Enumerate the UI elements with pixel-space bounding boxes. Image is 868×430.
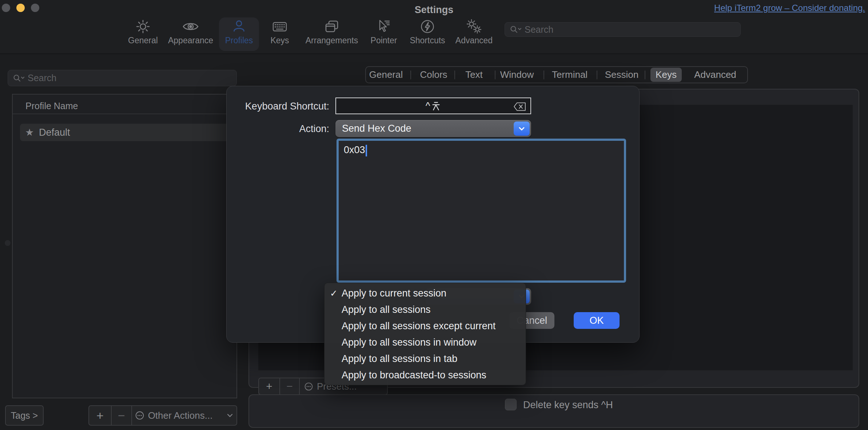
menu-item-label: Apply to all sessions except current: [342, 320, 495, 331]
tab-separator: [544, 71, 544, 79]
tab-general[interactable]: General: [369, 69, 403, 80]
delete-key-checkbox[interactable]: [505, 399, 517, 410]
bolt-circle-icon: [419, 18, 436, 35]
keyboard-shortcut-label: Keyboard Shortcut:: [240, 101, 329, 112]
eye-icon: [182, 18, 199, 35]
menu-item-apply-broadcasted[interactable]: Apply to broadcasted-to sessions: [324, 367, 526, 383]
tab-separator: [597, 71, 597, 79]
gear-icon: [135, 18, 151, 35]
tab-separator: [495, 71, 495, 79]
toolbar-label: Advanced: [447, 36, 501, 45]
cursor-icon: [375, 18, 392, 35]
tab-colors[interactable]: Colors: [420, 69, 447, 80]
hex-code-value: 0x03: [344, 144, 365, 155]
menu-item-apply-all-sessions[interactable]: Apply to all sessions: [324, 302, 526, 318]
action-popup-value: Send Hex Code: [342, 123, 411, 134]
chevron-down-icon: [226, 413, 234, 418]
menu-item-label: Apply to all sessions in tab: [342, 353, 457, 364]
add-profile-button[interactable]: +: [89, 406, 111, 425]
donate-link[interactable]: Help iTerm2 grow – Consider donating.: [714, 3, 865, 13]
menu-item-label: Apply to broadcasted-to sessions: [342, 370, 486, 381]
toolbar-item-general[interactable]: General: [116, 17, 170, 52]
toolbar-label: Arrangements: [304, 36, 359, 45]
profile-list-column-header: Profile Name: [25, 99, 78, 113]
settings-window: Settings Help iTerm2 grow – Consider don…: [0, 0, 868, 430]
toolbar-label: General: [116, 36, 170, 45]
profile-actions-segmented: + − Other Actions...: [88, 405, 237, 426]
profile-list-header-divider: [13, 114, 236, 114]
tab-terminal[interactable]: Terminal: [552, 69, 588, 80]
action-label: Action:: [240, 123, 329, 134]
menu-item-apply-all-except-current[interactable]: Apply to all sessions except current: [324, 318, 526, 334]
profile-name: Default: [39, 127, 70, 138]
tab-session[interactable]: Session: [605, 69, 639, 80]
toolbar-item-arrangements[interactable]: Arrangements: [304, 17, 359, 52]
clear-shortcut-icon[interactable]: [513, 101, 527, 112]
menu-item-label: Apply to all sessions in window: [342, 337, 477, 348]
divider-dot: [5, 240, 11, 246]
tags-button[interactable]: Tags >: [5, 405, 44, 426]
toolbar-label: Keys: [252, 36, 307, 45]
hangul-chieut-key-glyph: [431, 101, 441, 111]
shortcut-modifier: ^: [426, 100, 430, 112]
person-icon: [231, 18, 247, 35]
keyboard-icon: [271, 18, 288, 35]
tab-separator: [410, 71, 411, 79]
toolbar-item-keys[interactable]: Keys: [252, 17, 307, 52]
search-icon: [510, 25, 522, 33]
menu-item-apply-all-in-window[interactable]: Apply to all sessions in window: [324, 334, 526, 351]
checkmark-icon: ✓: [330, 285, 338, 302]
toolbar-search[interactable]: [505, 22, 741, 37]
ellipsis-circle-icon: [304, 382, 313, 391]
toolbar-label: Appearance: [163, 36, 218, 45]
toolbar-item-advanced[interactable]: Advanced: [447, 17, 501, 52]
profiles-search-input[interactable]: [28, 73, 236, 83]
other-actions-button[interactable]: Other Actions...: [131, 406, 236, 425]
tab-advanced[interactable]: Advanced: [694, 69, 736, 80]
tab-text[interactable]: Text: [465, 69, 483, 80]
menu-item-label: Apply to all sessions: [342, 304, 431, 315]
apply-scope-menu: ✓ Apply to current session Apply to all …: [324, 283, 526, 385]
toolbar-search-input[interactable]: [525, 24, 740, 35]
toolbar-item-appearance[interactable]: Appearance: [163, 17, 218, 52]
menu-item-label: Apply to current session: [342, 288, 446, 299]
tab-keys[interactable]: Keys: [656, 69, 677, 80]
star-icon: ★: [25, 127, 34, 138]
tab-separator: [454, 71, 455, 79]
menu-item-apply-current-session[interactable]: ✓ Apply to current session: [324, 285, 526, 302]
chevron-down-icon: [514, 122, 530, 136]
windows-icon: [323, 18, 340, 35]
tab-separator: [645, 71, 645, 79]
menu-item-apply-all-in-tab[interactable]: Apply to all sessions in tab: [324, 351, 526, 367]
add-key-mapping-button[interactable]: +: [259, 378, 279, 394]
remove-profile-button[interactable]: −: [111, 406, 131, 425]
ellipsis-circle-icon: [135, 411, 144, 420]
remove-key-mapping-button[interactable]: −: [279, 378, 299, 394]
gears-icon: [466, 18, 482, 35]
other-actions-label: Other Actions...: [148, 410, 213, 421]
delete-key-checkbox-label: Delete key sends ^H: [523, 399, 613, 411]
search-icon: [13, 74, 25, 82]
hex-code-textarea[interactable]: 0x03: [337, 139, 626, 283]
profiles-search[interactable]: [8, 70, 237, 86]
profile-row-default[interactable]: ★ Default: [20, 124, 236, 141]
ok-button[interactable]: OK: [574, 312, 620, 329]
tab-window[interactable]: Window: [500, 69, 534, 80]
action-popup-button[interactable]: Send Hex Code: [335, 120, 531, 137]
keyboard-shortcut-field[interactable]: ^: [335, 97, 531, 114]
text-caret: [366, 145, 367, 156]
